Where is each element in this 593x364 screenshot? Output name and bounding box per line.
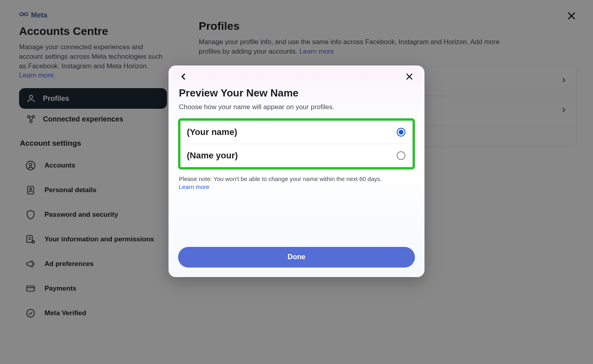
dialog-learn-more-link[interactable]: Learn more: [179, 183, 209, 190]
dialog-header: [178, 65, 415, 87]
dialog-title: Preview Your New Name: [178, 87, 415, 99]
chevron-left-icon: [179, 72, 188, 83]
name-option-label: (Your name): [187, 127, 237, 137]
name-option-label: (Name your): [187, 150, 238, 161]
dialog-note: Please note: You won't be able to change…: [178, 175, 415, 191]
dialog-subtitle: Choose how your name will appear on your…: [178, 103, 415, 111]
name-options-group: (Your name) (Name your): [178, 118, 415, 169]
name-option[interactable]: (Name your): [180, 144, 413, 167]
radio-unselected-icon: [397, 151, 405, 160]
close-dialog-button[interactable]: [404, 72, 415, 83]
name-option[interactable]: (Your name): [180, 121, 413, 144]
modal-overlay: Preview Your New Name Choose how your na…: [0, 0, 593, 364]
done-button[interactable]: Done: [178, 247, 415, 268]
preview-name-dialog: Preview Your New Name Choose how your na…: [169, 65, 424, 277]
back-button[interactable]: [178, 72, 189, 83]
close-icon: [405, 72, 414, 83]
radio-selected-icon: [397, 128, 405, 137]
